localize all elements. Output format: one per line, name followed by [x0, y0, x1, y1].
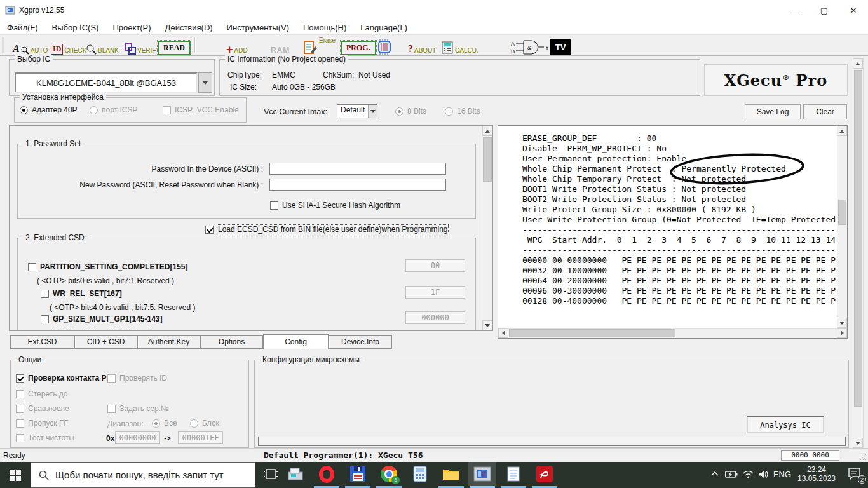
menu-actions[interactable]: Действия(D) [158, 23, 220, 32]
tray-battery[interactable] [723, 462, 740, 486]
range-to-input[interactable] [178, 431, 223, 444]
scroll-left-icon[interactable] [498, 328, 508, 338]
check-id-checkbox[interactable]: Проверять ID [107, 374, 167, 383]
taskbar-app-acrobat[interactable] [531, 462, 559, 486]
action-center-button[interactable]: 2 [843, 462, 868, 486]
load-ecsd-checkbox[interactable]: Load ECSD_CSD from BIN file(else user de… [205, 225, 448, 234]
taskbar-app-calculator[interactable] [406, 462, 434, 486]
taskbar-app-explorer[interactable] [437, 462, 465, 486]
ic-name-box[interactable]: KLM8G1GEME-B041_8Bit @BGA153 [15, 72, 198, 93]
scroll-down-icon[interactable] [482, 320, 492, 330]
ecsd-value-field[interactable] [405, 286, 465, 299]
scroll-up-icon[interactable] [837, 126, 847, 136]
taskbar-app-notepad[interactable] [499, 462, 527, 486]
scroll-right-icon[interactable] [837, 328, 847, 338]
range-block-radio[interactable]: Блок [190, 419, 219, 428]
tab-device-info[interactable]: Device.Info [329, 335, 392, 349]
log-hscrollbar[interactable] [498, 328, 847, 338]
tray-chevron[interactable] [707, 462, 723, 486]
compare-after-checkbox[interactable]: Срав.после [16, 404, 69, 413]
auto-button[interactable]: A AUTO [13, 37, 48, 55]
menu-select-ic[interactable]: Выбор IC(S) [45, 23, 106, 32]
ecsd-value-field[interactable] [405, 311, 465, 324]
add-button[interactable]: + ADD [226, 37, 248, 55]
scroll-up-icon[interactable] [482, 126, 492, 136]
bits8-radio[interactable]: 8 Bits [395, 107, 426, 116]
prog-button[interactable]: PROG. [341, 37, 376, 55]
new-password-input[interactable] [269, 179, 446, 191]
skip-ff-checkbox[interactable]: Пропуск FF [16, 419, 69, 428]
set-serial-checkbox[interactable]: Задать сер.№ [107, 404, 169, 413]
analyze-ic-button[interactable]: Analysys IC [747, 416, 824, 433]
tab-config[interactable]: Config [263, 334, 329, 349]
close-button[interactable]: ✕ [839, 0, 868, 20]
password-in-device-input[interactable] [269, 163, 446, 175]
tab-cid-csd[interactable]: CID + CSD [74, 335, 137, 349]
ecsd-item-checkbox[interactable]: GP_SIZE_MULT_GP1[145-143] [41, 315, 163, 323]
save-log-button[interactable]: Save Log [745, 104, 801, 119]
logic-gate-button[interactable]: A B & Y [511, 37, 550, 55]
menu-file[interactable]: Файл(F) [0, 23, 45, 32]
scroll-down-icon[interactable] [837, 318, 847, 328]
menu-help[interactable]: Помощь(H) [296, 23, 353, 32]
scrollbar-thumb[interactable] [838, 200, 846, 225]
taskbar-app-xgpro[interactable] [468, 462, 496, 486]
blank-button[interactable]: BLANK [86, 37, 119, 55]
taskbar-app-opera[interactable] [313, 462, 341, 486]
chip-test-button[interactable] [376, 37, 393, 55]
ic-dropdown-button[interactable] [198, 72, 212, 93]
ecsd-value-field[interactable] [405, 259, 465, 272]
taskbar-app-scanner[interactable] [281, 462, 309, 486]
sha1-checkbox[interactable]: Use SHA-1 Secure Hash Algorithm [270, 201, 400, 210]
range-label: Диапазон: [107, 419, 144, 428]
chrome-profile-badge: б [391, 476, 400, 484]
tab-ext-csd[interactable]: Ext.CSD [10, 335, 74, 349]
taskbar-search[interactable]: Щоби почати пошук, введіть запит тут [31, 462, 255, 488]
pin-check-checkbox[interactable]: Проверка контакта PIN [16, 374, 114, 383]
start-button[interactable] [0, 462, 31, 488]
scrollbar-thumb[interactable] [854, 70, 862, 407]
menu-project[interactable]: Проект(P) [105, 23, 158, 32]
menu-language[interactable]: Language(L) [353, 23, 414, 32]
ecsd-item-checkbox[interactable]: WR_REL_SET[167] [41, 289, 122, 298]
about-button[interactable]: ? ABOUT [408, 37, 436, 55]
main-scrollbar[interactable] [853, 58, 864, 449]
log-vscrollbar[interactable] [837, 126, 847, 328]
scrollbar-thumb[interactable] [483, 137, 492, 182]
resize-grip-icon[interactable] [859, 453, 867, 461]
scroll-up-icon[interactable] [853, 58, 863, 69]
scrollbar-thumb[interactable] [509, 329, 675, 337]
icsp-vcc-checkbox[interactable]: ICSP_VCC Enable [163, 105, 239, 114]
password-group-title: 1. Password Set [23, 139, 83, 148]
tab-authent-key[interactable]: Authent.Key [137, 335, 200, 349]
adapter-40p-radio[interactable]: Адаптер 40P [20, 105, 78, 114]
tab-options[interactable]: Options [200, 335, 263, 349]
read-button[interactable]: READ [158, 37, 191, 55]
calcu-button[interactable]: CALCU. [441, 37, 478, 55]
bits16-radio[interactable]: 16 Bits [445, 107, 480, 116]
ecsd-item-checkbox[interactable]: PARTITION_SETTING_COMPLETED[155] [28, 262, 187, 271]
tray-wifi[interactable] [740, 462, 756, 486]
clear-button[interactable]: Clear [803, 104, 847, 119]
tray-language[interactable]: ENG [771, 462, 793, 486]
icsp-port-radio[interactable]: порт ICSP [90, 105, 137, 114]
erase-before-checkbox[interactable]: Стереть до [16, 390, 67, 398]
taskbar-app-floppy[interactable] [344, 462, 372, 486]
check-button[interactable]: ID CHECK [51, 37, 86, 55]
taskbar-app-chrome[interactable]: б [375, 462, 403, 486]
tray-volume[interactable] [756, 462, 772, 486]
minimize-button[interactable]: — [780, 0, 810, 20]
task-view-button[interactable] [257, 462, 285, 486]
verify-button[interactable]: VERIFY [125, 37, 160, 55]
maximize-button[interactable]: ▢ [810, 0, 839, 20]
vcc-combo[interactable]: Default [337, 104, 377, 118]
tray-clock[interactable]: 23:24 13.05.2023 [793, 462, 840, 486]
range-from-input[interactable] [115, 431, 160, 444]
tv-button[interactable]: TV [550, 37, 571, 55]
menu-tools[interactable]: Инструменты(V) [220, 23, 296, 32]
range-all-radio[interactable]: Все [152, 419, 177, 428]
blank-test-checkbox[interactable]: Тест чистоты [16, 433, 74, 442]
config-panel-scrollbar[interactable] [482, 126, 492, 330]
scroll-down-icon[interactable] [853, 438, 863, 448]
erase-button[interactable]: Erase [304, 37, 336, 55]
